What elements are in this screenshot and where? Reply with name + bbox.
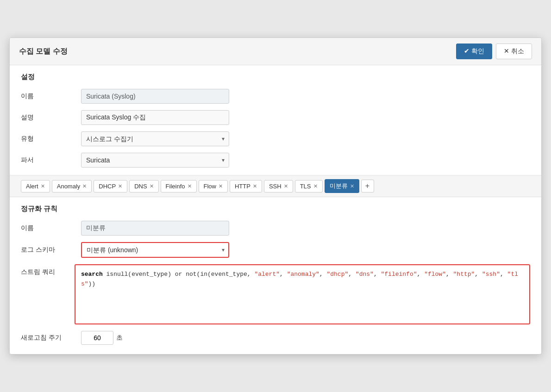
tab-fileinfo-close[interactable]: ✕ — [188, 184, 192, 189]
query-row: 스트림 쿼리 search isnull(event_type) or not(… — [21, 264, 530, 324]
tab-ssh[interactable]: SSH ✕ — [264, 180, 293, 193]
tab-http[interactable]: HTTP ✕ — [230, 180, 262, 193]
modal-header: 수집 모델 수정 ✔ 확인 ✕ 취소 — [10, 38, 541, 65]
type-select[interactable]: 시스로그 수집기 — [81, 131, 229, 146]
schema-select-wrapper: 미분류 (unknown) — [81, 242, 229, 258]
refresh-input[interactable] — [81, 331, 113, 345]
name-row: 이름 — [21, 89, 530, 104]
description-input[interactable] — [81, 110, 229, 125]
schema-label: 로그 스키마 — [21, 246, 81, 254]
refresh-row: 새로고침 주기 초 — [21, 331, 530, 345]
refresh-label: 새로고침 주기 — [21, 334, 81, 342]
tab-http-label: HTTP — [235, 183, 250, 190]
query-display[interactable]: search isnull(event_type) or not(in(even… — [75, 264, 530, 324]
tab-tls[interactable]: TLS ✕ — [295, 180, 323, 193]
parser-label: 파서 — [21, 156, 81, 164]
tab-anomaly-close[interactable]: ✕ — [82, 184, 87, 189]
parser-select-wrapper: Suricata — [81, 153, 229, 168]
modal-title: 수집 모델 수정 — [19, 47, 68, 56]
tab-dhcp-label: DHCP — [99, 183, 116, 190]
tab-dns[interactable]: DNS ✕ — [129, 180, 158, 193]
rule-section: 정규화 규칙 이름 로그 스키마 미분류 (unknown) 스트림 쿼리 se… — [10, 197, 541, 354]
tabs-section: Alert ✕ Anomaly ✕ DHCP ✕ DNS ✕ Fileinfo … — [10, 175, 541, 197]
schema-row: 로그 스키마 미분류 (unknown) — [21, 242, 530, 258]
tab-dns-close[interactable]: ✕ — [150, 184, 154, 189]
tab-add-button[interactable]: + — [361, 180, 374, 193]
tab-tls-close[interactable]: ✕ — [313, 184, 318, 189]
settings-section: 설정 이름 설명 유형 시스로그 수집기 파서 Suricata — [10, 65, 541, 175]
name-label: 이름 — [21, 92, 81, 100]
tab-dns-label: DNS — [134, 183, 147, 190]
modal-actions: ✔ 확인 ✕ 취소 — [456, 44, 532, 59]
tab-alert[interactable]: Alert ✕ — [21, 180, 50, 193]
type-select-wrapper: 시스로그 수집기 — [81, 131, 229, 146]
schema-select[interactable]: 미분류 (unknown) — [81, 242, 229, 258]
tab-fileinfo[interactable]: Fileinfo ✕ — [161, 180, 197, 193]
tab-ssh-close[interactable]: ✕ — [284, 184, 288, 189]
cancel-button[interactable]: ✕ 취소 — [496, 44, 532, 59]
tab-alert-label: Alert — [26, 183, 38, 190]
tab-fileinfo-label: Fileinfo — [166, 183, 185, 190]
rule-name-input[interactable] — [81, 221, 229, 236]
tab-flow-close[interactable]: ✕ — [219, 184, 223, 189]
tab-unclassified-label: 미분류 — [330, 182, 348, 190]
parser-select[interactable]: Suricata — [81, 153, 229, 168]
refresh-unit: 초 — [116, 334, 123, 342]
name-input[interactable] — [81, 89, 229, 104]
type-row: 유형 시스로그 수집기 — [21, 131, 530, 146]
rule-section-title: 정규화 규칙 — [21, 205, 530, 213]
tab-anomaly[interactable]: Anomaly ✕ — [52, 180, 92, 193]
rule-name-row: 이름 — [21, 221, 530, 236]
tab-alert-close[interactable]: ✕ — [41, 184, 45, 189]
tab-ssh-label: SSH — [269, 183, 282, 190]
modal-container: 수집 모델 수정 ✔ 확인 ✕ 취소 설정 이름 설명 유형 시스로그 수집기 … — [9, 37, 542, 355]
tab-flow-label: Flow — [204, 183, 216, 190]
tab-flow[interactable]: Flow ✕ — [199, 180, 228, 193]
type-label: 유형 — [21, 135, 81, 143]
settings-section-title: 설정 — [21, 73, 530, 81]
tab-anomaly-label: Anomaly — [57, 183, 81, 190]
rule-name-label: 이름 — [21, 224, 81, 232]
query-label: 스트림 쿼리 — [21, 264, 75, 276]
tab-http-close[interactable]: ✕ — [253, 184, 257, 189]
description-row: 설명 — [21, 110, 530, 125]
tab-tls-label: TLS — [300, 183, 311, 190]
confirm-button[interactable]: ✔ 확인 — [456, 44, 492, 59]
tab-unclassified[interactable]: 미분류 ✕ — [325, 179, 359, 193]
tab-dhcp[interactable]: DHCP ✕ — [94, 180, 127, 193]
tab-unclassified-close[interactable]: ✕ — [350, 184, 354, 189]
description-label: 설명 — [21, 113, 81, 122]
tab-dhcp-close[interactable]: ✕ — [118, 184, 122, 189]
parser-row: 파서 Suricata — [21, 153, 530, 168]
